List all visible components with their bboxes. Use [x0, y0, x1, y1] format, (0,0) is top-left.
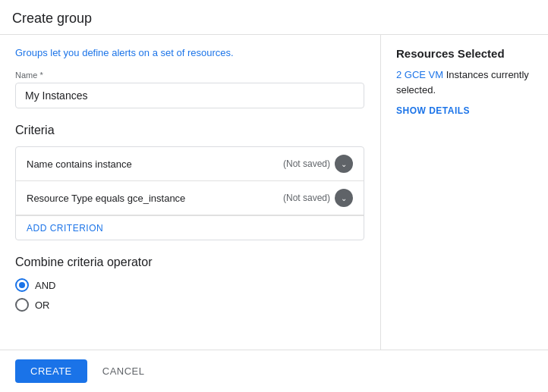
criteria-box: Name contains instance (Not saved) ⌄ Res…	[15, 146, 364, 240]
footer: CREATE CANCEL	[0, 350, 548, 392]
create-button[interactable]: CREATE	[15, 359, 87, 383]
resources-count: 2 GCE VM Instances currently selected.	[396, 67, 533, 97]
criteria-row-1: Name contains instance (Not saved) ⌄	[16, 147, 364, 181]
radio-and-circle	[15, 278, 29, 292]
cancel-button[interactable]: CANCEL	[99, 359, 148, 383]
radio-group: AND OR	[15, 278, 365, 312]
criteria-section: Criteria Name contains instance (Not sav…	[15, 124, 365, 240]
criteria-title: Criteria	[15, 124, 365, 137]
criteria-label-2: Resource Type equals gce_instance	[27, 193, 185, 204]
name-label: Name *	[15, 71, 365, 80]
content: Groups let you define alerts on a set of…	[0, 35, 548, 350]
name-field-container: Name *	[15, 71, 365, 108]
criteria-right-1: (Not saved) ⌄	[283, 155, 353, 173]
add-criterion-button[interactable]: ADD CRITERION	[27, 223, 103, 234]
radio-or[interactable]: OR	[15, 298, 365, 312]
page-container: Create group Groups let you define alert…	[0, 0, 548, 392]
criteria-right-2: (Not saved) ⌄	[283, 189, 353, 207]
radio-and-label: AND	[35, 280, 55, 291]
criteria-expand-button-1[interactable]: ⌄	[335, 155, 353, 173]
resources-title: Resources Selected	[396, 47, 533, 60]
name-input[interactable]	[15, 83, 364, 108]
criteria-row-2: Resource Type equals gce_instance (Not s…	[16, 181, 364, 215]
right-panel: Resources Selected 2 GCE VM Instances cu…	[381, 35, 548, 350]
criteria-label-1: Name contains instance	[27, 158, 132, 170]
add-criterion-row: ADD CRITERION	[16, 215, 364, 240]
criteria-status-1: (Not saved)	[283, 158, 330, 169]
combine-title: Combine criteria operator	[15, 256, 365, 269]
description-text: Groups let you define alerts on a set of…	[15, 47, 365, 58]
header: Create group	[0, 0, 548, 35]
combine-section: Combine criteria operator AND OR	[15, 256, 365, 312]
radio-and[interactable]: AND	[15, 278, 365, 292]
criteria-expand-button-2[interactable]: ⌄	[335, 189, 353, 207]
left-panel: Groups let you define alerts on a set of…	[0, 35, 381, 350]
criteria-status-2: (Not saved)	[283, 193, 330, 203]
page-title: Create group	[12, 11, 92, 26]
resources-count-prefix: 2 GCE VM	[396, 69, 446, 80]
radio-or-circle	[15, 298, 29, 312]
radio-or-label: OR	[35, 299, 50, 311]
show-details-button[interactable]: SHOW DETAILS	[396, 105, 470, 116]
